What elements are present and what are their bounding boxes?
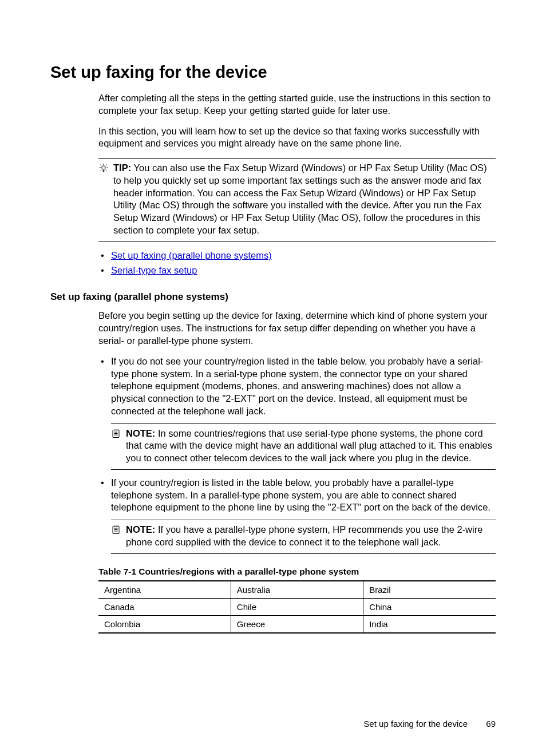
svg-line-8 [101,170,102,171]
table-cell: Chile [231,598,363,615]
svg-line-5 [101,165,102,166]
note-1-text: In some countries/regions that use seria… [126,428,492,464]
table-title: Table 7-1 Countries/regions with a paral… [98,567,496,577]
table-row: Canada Chile China [98,598,496,615]
link-parallel-setup[interactable]: Set up faxing (parallel phone systems) [111,250,272,260]
table-cell: China [363,598,496,615]
note-1-label: NOTE: [126,428,155,438]
table-row: Argentina Australia Brazil [98,581,496,599]
table-cell: Canada [98,598,231,615]
note-callout-1: NOTE: In some countries/regions that use… [111,423,496,470]
intro-paragraph-1: After completing all the steps in the ge… [98,92,496,117]
note-icon [111,525,121,535]
page-footer: Set up faxing for the device 69 [363,719,496,729]
bullet-1-text: If you do not see your country/region li… [111,356,483,416]
tip-callout: TIP: You can also use the Fax Setup Wiza… [98,158,496,242]
tip-label: TIP: [113,163,131,173]
section-intro: Before you begin setting up the device f… [98,310,496,347]
table-cell: Brazil [363,581,496,599]
note-2-text: If you have a parallel-type phone system… [126,524,482,547]
bullet-2-text: If your country/region is listed in the … [111,477,490,513]
table-cell: Argentina [98,581,231,599]
section-bullets: If you do not see your country/region li… [98,355,496,554]
footer-text: Set up faxing for the device [363,719,468,729]
section-links: Set up faxing (parallel phone systems) S… [98,248,496,278]
page-number: 69 [486,719,496,729]
table-cell: Greece [231,615,363,633]
note-icon [111,429,121,439]
tip-text: You can also use the Fax Setup Wizard (W… [113,163,487,235]
note-2-label: NOTE: [126,524,155,535]
table-row: Colombia Greece India [98,615,496,633]
note-callout-2: NOTE: If you have a parallel-type phone … [111,520,496,554]
tip-icon [98,163,109,173]
section-heading: Set up faxing (parallel phone systems) [50,291,496,303]
svg-point-0 [102,166,105,169]
svg-line-6 [106,170,107,171]
table-cell: India [363,615,496,633]
page-title: Set up faxing for the device [50,63,496,82]
link-serial-setup[interactable]: Serial-type fax setup [111,265,197,275]
table-cell: Colombia [98,615,231,633]
svg-line-7 [106,165,107,166]
countries-table: Argentina Australia Brazil Canada Chile … [98,580,496,634]
intro-paragraph-2: In this section, you will learn how to s… [98,125,496,151]
table-cell: Australia [231,581,363,599]
